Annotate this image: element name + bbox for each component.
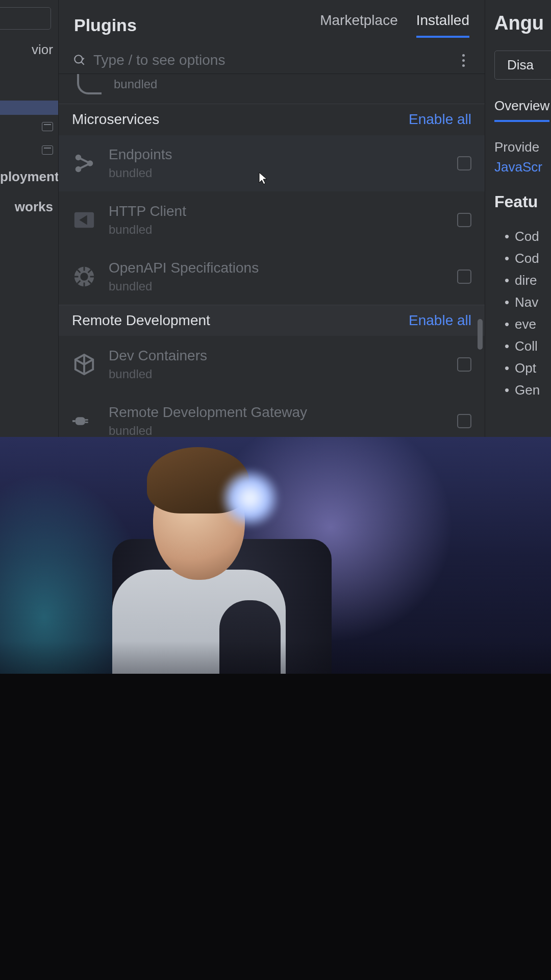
enable-all-link[interactable]: Enable all xyxy=(409,111,471,128)
plugin-row-dev-containers[interactable]: Dev Containers bundled xyxy=(59,336,485,393)
plugin-subtitle: bundled xyxy=(114,77,469,91)
keymap-badge-icon xyxy=(42,122,53,131)
plugin-enable-checkbox[interactable] xyxy=(457,156,471,170)
plugin-enable-checkbox[interactable] xyxy=(457,414,471,428)
sidebar-search[interactable] xyxy=(0,7,51,30)
page-title: Plugins xyxy=(74,15,320,35)
plugin-enable-checkbox[interactable] xyxy=(457,270,471,284)
tab-installed[interactable]: Installed xyxy=(416,12,469,38)
plugin-name: HTTP Client xyxy=(109,203,445,219)
plugin-name: Dev Containers xyxy=(109,348,445,364)
plugin-name: Endpoints xyxy=(109,146,445,163)
plugin-subtitle: bundled xyxy=(109,166,445,180)
svg-rect-7 xyxy=(76,417,85,425)
feature-bullet-cont: eve xyxy=(494,313,551,335)
plugin-subtitle: bundled xyxy=(109,424,445,438)
feature-bullet: Cod xyxy=(494,248,551,270)
plugin-search-input[interactable] xyxy=(93,52,457,68)
keymap-badge-icon xyxy=(42,145,53,155)
search-icon[interactable] xyxy=(73,53,87,67)
disable-button[interactable]: Disa xyxy=(494,51,551,80)
scrollbar-thumb[interactable] xyxy=(478,319,483,350)
features-heading: Featu xyxy=(494,192,551,211)
feature-bullet: Coll xyxy=(494,335,551,357)
plugin-name: Remote Development Gateway xyxy=(109,404,445,421)
plugin-row-openapi[interactable]: OpenAPI Specifications bundled xyxy=(59,248,485,305)
plugin-subtitle: bundled xyxy=(109,279,445,293)
openapi-icon xyxy=(72,264,96,289)
tab-marketplace[interactable]: Marketplace xyxy=(320,12,398,38)
cube-icon xyxy=(72,352,96,377)
sidebar-item-frameworks[interactable]: works xyxy=(0,192,58,222)
plugin-subtitle: bundled xyxy=(109,367,445,381)
plugin-row-http-client[interactable]: HTTP Client bundled xyxy=(59,191,485,248)
detail-text: Provide xyxy=(494,137,551,157)
group-title: Remote Development xyxy=(72,312,210,329)
group-title: Microservices xyxy=(72,111,159,128)
plug-icon xyxy=(72,409,96,433)
plugin-enable-checkbox[interactable] xyxy=(457,357,471,372)
mouse-cursor xyxy=(258,172,268,185)
more-options-icon[interactable] xyxy=(457,54,469,67)
sidebar-item-behavior[interactable]: vior xyxy=(0,35,58,65)
plugin-row-endpoints[interactable]: Endpoints bundled xyxy=(59,135,485,191)
plugin-name: OpenAPI Specifications xyxy=(109,260,445,276)
plugin-icon xyxy=(77,74,102,94)
feature-bullet: Nav xyxy=(494,291,551,313)
javascript-link[interactable]: JavaScr xyxy=(494,157,551,177)
sidebar-item-deployment[interactable]: ployment xyxy=(0,162,58,192)
svg-point-6 xyxy=(80,273,88,280)
feature-bullet: Gen xyxy=(494,379,551,401)
svg-rect-8 xyxy=(85,419,88,421)
group-header-remote-dev: Remote Development Enable all xyxy=(59,305,485,336)
endpoints-icon xyxy=(72,151,96,176)
tab-overview[interactable]: Overview xyxy=(494,98,549,122)
feature-bullet: Opt xyxy=(494,357,551,379)
enable-all-link[interactable]: Enable all xyxy=(409,312,471,329)
plugin-row-partial[interactable]: bundled xyxy=(59,74,485,104)
plugin-detail-title: Angu xyxy=(494,12,551,34)
bottom-black-bar xyxy=(0,674,551,980)
svg-rect-9 xyxy=(85,422,88,423)
plugin-subtitle: bundled xyxy=(109,223,445,237)
sidebar-item-selected[interactable] xyxy=(0,101,58,115)
http-icon xyxy=(72,208,96,232)
svg-point-0 xyxy=(74,55,82,63)
plugin-enable-checkbox[interactable] xyxy=(457,213,471,227)
group-header-microservices: Microservices Enable all xyxy=(59,104,485,135)
feature-bullet-cont: dire xyxy=(494,270,551,291)
feature-bullet: Cod xyxy=(494,226,551,248)
